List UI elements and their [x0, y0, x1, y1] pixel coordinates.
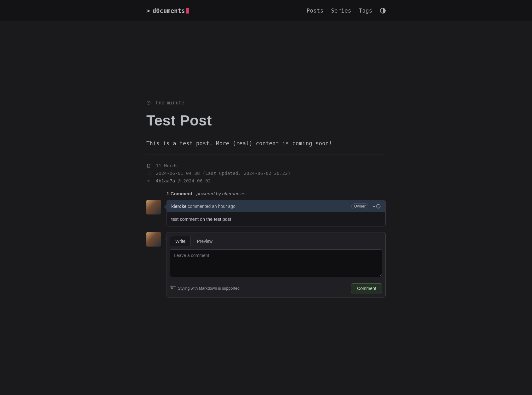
nav-tags[interactable]: Tags — [359, 8, 372, 14]
logo-text: d0cuments — [152, 7, 185, 14]
topbar: > d0cuments Posts Series Tags — [0, 0, 532, 21]
site-logo[interactable]: > d0cuments — [146, 7, 189, 14]
markdown-hint[interactable]: M↓ Styling with Markdown is supported — [170, 286, 240, 291]
divider — [146, 154, 386, 154]
svg-point-4 — [378, 206, 378, 206]
commit-line: 4b1aa7a @ 2024-06-02 — [156, 178, 211, 183]
logo-cursor-icon — [186, 8, 189, 14]
tab-preview[interactable]: Preview — [191, 236, 218, 246]
read-time-line: One minute — [146, 100, 386, 106]
markdown-hint-text: Styling with Markdown is supported — [178, 286, 240, 291]
post-meta: 11 Words 2024-06-01 04:38 (Last updated:… — [146, 163, 386, 183]
comment-textarea[interactable] — [170, 249, 382, 277]
comments-section: 1 Comment - powered by utteranc.es klerc… — [146, 191, 386, 298]
svg-point-2 — [148, 180, 149, 181]
svg-point-3 — [376, 204, 380, 208]
markdown-icon: M↓ — [170, 287, 176, 290]
owner-badge: Owner — [351, 203, 369, 209]
commit-icon — [146, 179, 151, 183]
theme-toggle-icon[interactable] — [380, 8, 386, 14]
comment-body: test comment on the test post — [167, 212, 385, 226]
comments-powered-by: powered by utteranc.es — [196, 191, 246, 196]
comment-header: klercke commented an hour ago Owner + — [167, 200, 385, 212]
add-reaction-button[interactable]: + — [373, 204, 381, 209]
editor-tabs: Write Preview — [167, 232, 385, 246]
speech-arrow-icon — [164, 204, 167, 209]
comment-author[interactable]: klercke — [171, 204, 186, 209]
comment-editor: Write Preview M↓ Styling with Markdown i… — [146, 232, 386, 298]
read-time-text: One minute — [156, 100, 184, 106]
tab-write[interactable]: Write — [170, 236, 191, 246]
post-body: This is a test post. More (real) content… — [146, 140, 386, 147]
svg-point-5 — [379, 206, 379, 206]
speech-arrow-icon — [164, 236, 167, 242]
comments-header: 1 Comment - powered by utteranc.es — [167, 191, 386, 196]
comment-item: klercke commented an hour ago Owner + te… — [146, 200, 386, 226]
word-count: 11 Words — [156, 163, 178, 168]
smile-icon — [376, 204, 381, 209]
comments-count: 1 Comment — [167, 191, 192, 196]
logo-prompt: > — [146, 7, 150, 14]
post-date: 2024-06-01 04:38 (Last updated: 2024-06-… — [156, 171, 291, 176]
svg-rect-1 — [147, 172, 150, 175]
calendar-icon — [146, 171, 151, 175]
document-icon — [146, 164, 151, 168]
nav-series[interactable]: Series — [331, 8, 351, 14]
clock-icon — [146, 101, 151, 105]
main-nav: Posts Series Tags — [307, 8, 386, 14]
post-container: One minute Test Post This is a test post… — [146, 21, 386, 298]
avatar[interactable] — [146, 200, 161, 214]
submit-comment-button[interactable]: Comment — [351, 283, 382, 293]
post-title: Test Post — [146, 112, 386, 129]
commit-suffix: @ 2024-06-02 — [175, 178, 211, 183]
comment-time: commented an hour ago — [186, 204, 235, 209]
nav-posts[interactable]: Posts — [307, 8, 324, 14]
commit-hash-link[interactable]: 4b1aa7a — [156, 178, 175, 183]
avatar[interactable] — [146, 232, 161, 247]
